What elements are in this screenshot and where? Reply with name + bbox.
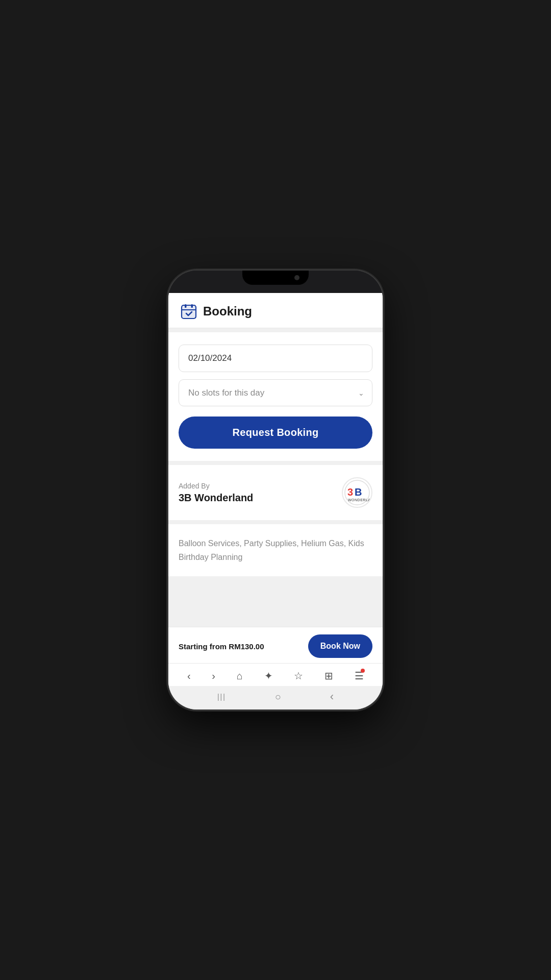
added-by-info: Added By 3B Wonderland xyxy=(179,482,253,504)
bottom-bar: Starting from RM130.00 Book Now xyxy=(168,627,383,663)
book-now-button[interactable]: Book Now xyxy=(308,634,372,658)
screen: Booking No slots for this day ⌄ Request … xyxy=(168,293,383,709)
camera-dot xyxy=(294,275,299,280)
added-by-section: Added By 3B Wonderland 3 B WONDERLAND xyxy=(168,465,383,520)
svg-text:3: 3 xyxy=(347,486,353,498)
vendor-name: 3B Wonderland xyxy=(179,492,253,504)
back-indicator[interactable]: ‹ xyxy=(330,690,334,703)
magic-nav-icon[interactable]: ✦ xyxy=(260,668,277,684)
scroll-area: Booking No slots for this day ⌄ Request … xyxy=(168,293,383,627)
recents-indicator[interactable]: ||| xyxy=(217,693,226,701)
forward-nav-icon[interactable]: › xyxy=(208,668,219,684)
svg-rect-3 xyxy=(185,304,187,308)
svg-rect-4 xyxy=(191,304,193,308)
tags-section: Balloon Services, Party Supplies, Helium… xyxy=(168,524,383,576)
slot-select-wrapper: No slots for this day ⌄ xyxy=(179,379,372,406)
added-by-label: Added By xyxy=(179,482,253,490)
svg-text:B: B xyxy=(355,486,362,498)
phone-frame: Booking No slots for this day ⌄ Request … xyxy=(168,271,383,709)
calendar-icon xyxy=(181,303,197,320)
home-circle-indicator[interactable]: ○ xyxy=(275,691,281,703)
back-nav-icon[interactable]: ‹ xyxy=(183,668,195,684)
svg-rect-0 xyxy=(182,305,196,318)
vendor-logo: 3 B WONDERLAND xyxy=(342,477,372,508)
nav-bar: ‹ › ⌂ ✦ ☆ ⊞ ☰ xyxy=(168,663,383,686)
menu-nav-icon[interactable]: ☰ xyxy=(350,668,368,684)
grid-nav-icon[interactable]: ⊞ xyxy=(320,668,337,684)
favorites-nav-icon[interactable]: ☆ xyxy=(290,668,307,684)
phone-top xyxy=(168,271,383,293)
added-by-row: Added By 3B Wonderland 3 B WONDERLAND xyxy=(179,477,372,508)
price-label: Starting from RM130.00 xyxy=(179,642,264,651)
slot-select[interactable]: No slots for this day xyxy=(179,379,372,406)
home-indicator: ||| ○ ‹ xyxy=(168,686,383,709)
vendor-logo-svg: 3 B WONDERLAND xyxy=(344,479,370,506)
date-input[interactable] xyxy=(179,345,372,372)
tags-text: Balloon Services, Party Supplies, Helium… xyxy=(179,536,372,564)
header-title-row: Booking xyxy=(181,303,370,320)
booking-section: No slots for this day ⌄ Request Booking xyxy=(168,332,383,461)
notch xyxy=(242,271,309,285)
svg-text:WONDERLAND: WONDERLAND xyxy=(348,498,370,502)
home-nav-icon[interactable]: ⌂ xyxy=(233,668,247,684)
header: Booking xyxy=(168,293,383,328)
request-booking-button[interactable]: Request Booking xyxy=(179,416,372,449)
page-title: Booking xyxy=(203,304,252,318)
